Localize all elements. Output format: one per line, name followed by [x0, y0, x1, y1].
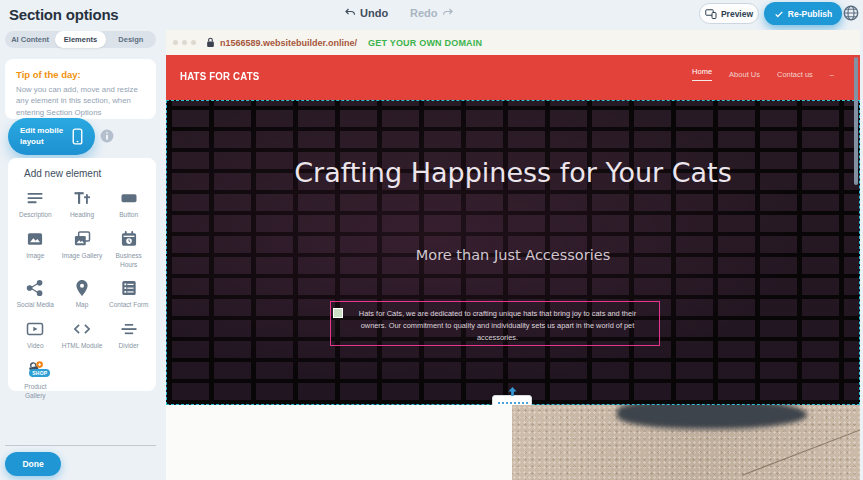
add-new-element-title: Add new element [12, 168, 152, 179]
element-label: Product Gallery [13, 383, 57, 401]
element-business-hours[interactable]: Business Hours [105, 229, 152, 270]
element-label: Divider [107, 342, 151, 351]
edit-mobile-layout-button[interactable]: Edit mobile layout [8, 118, 95, 155]
tab-ai-content[interactable]: AI Content [5, 31, 55, 48]
element-label: Heading [60, 211, 104, 220]
language-globe-button[interactable] [842, 4, 860, 22]
heading-icon [72, 188, 92, 208]
redo-button[interactable]: Redo [410, 7, 454, 19]
app-window: Section options Undo Redo Preview Re-Pub… [0, 0, 863, 480]
undo-button[interactable]: Undo [344, 7, 388, 19]
social-media-icon [25, 278, 45, 298]
element-label: Button [107, 211, 151, 220]
shop-badge: SHOP [29, 369, 50, 377]
hero-heading[interactable]: Crafting Happiness for Your Cats [167, 154, 859, 191]
element-label: Image [13, 252, 57, 261]
add-new-element-panel: Add new element Description Heading Butt… [8, 158, 156, 391]
redo-label: Redo [410, 7, 438, 19]
done-button[interactable]: Done [5, 452, 61, 476]
sidebar-divider [5, 445, 156, 446]
element-label: Image Gallery [60, 252, 104, 261]
element-label: Video [13, 342, 57, 351]
map-icon [72, 278, 92, 298]
element-label: Contact Form [107, 301, 151, 310]
carpet-photo [512, 405, 860, 480]
element-label: Description [13, 211, 57, 220]
element-html-module[interactable]: HTML Module [59, 319, 106, 351]
hero-subheading[interactable]: More than Just Accessories [167, 247, 859, 263]
business-hours-icon [119, 229, 139, 249]
element-label: Business Hours [107, 252, 151, 270]
element-video[interactable]: Video [12, 319, 59, 351]
republish-button[interactable]: Re-Publish [764, 2, 842, 25]
video-icon [25, 319, 45, 339]
check-icon [774, 9, 784, 19]
element-image-gallery[interactable]: Image Gallery [59, 229, 106, 270]
sidebar-tab-bar: AI Content Elements Design [5, 31, 156, 48]
cat-shadow [617, 405, 807, 429]
window-dot [173, 40, 178, 45]
tab-design[interactable]: Design [106, 31, 156, 48]
html-module-icon [72, 319, 92, 339]
site-url: n1566589.websitebuilder.online/ [220, 38, 357, 48]
window-dot [182, 40, 187, 45]
product-gallery-icon: SHOP [25, 360, 45, 380]
nav-item-home[interactable]: Home [692, 67, 712, 81]
site-header: HATS FOR CATS Home About Us Contact us – [166, 55, 860, 100]
undo-label: Undo [360, 7, 388, 19]
mobile-phone-icon [72, 128, 83, 145]
info-icon [100, 129, 114, 143]
element-drag-handle[interactable] [333, 308, 343, 318]
nav-item-more[interactable]: – [830, 70, 834, 79]
site-preview: n1566589.websitebuilder.online/ GET YOUR… [166, 30, 860, 480]
element-label: Map [60, 301, 104, 310]
element-grid: Description Heading Button Image Image G… [12, 188, 152, 400]
devices-icon [705, 9, 717, 19]
tab-label: AI Content [11, 35, 49, 44]
element-divider[interactable]: Divider [105, 319, 152, 351]
get-your-own-domain-link[interactable]: GET YOUR OWN DOMAIN [368, 38, 482, 48]
element-map[interactable]: Map [59, 278, 106, 310]
hero-section-selected[interactable]: Crafting Happiness for Your Cats More th… [166, 100, 860, 405]
paragraph-selection-box[interactable]: Hats for Cats, we are dedicated to craft… [330, 301, 660, 346]
description-icon [25, 188, 45, 208]
element-heading[interactable]: Heading [59, 188, 106, 220]
tab-label: Design [118, 35, 143, 44]
browser-bar: n1566589.websitebuilder.online/ GET YOUR… [166, 30, 860, 55]
republish-label: Re-Publish [788, 9, 832, 19]
element-product-gallery[interactable]: SHOP Product Gallery [12, 360, 59, 401]
arrow-up-icon [507, 387, 518, 396]
edit-mobile-layout-label: Edit mobile layout [20, 126, 66, 147]
nav-item-contact-us[interactable]: Contact us [777, 70, 813, 79]
lock-icon [206, 37, 215, 48]
preview-label: Preview [721, 9, 753, 19]
window-dots [173, 40, 196, 45]
element-label: Social Media [13, 301, 57, 310]
element-button[interactable]: Button [105, 188, 152, 220]
preview-scrollbar[interactable] [854, 57, 858, 185]
preview-button[interactable]: Preview [699, 3, 759, 24]
divider-icon [119, 319, 139, 339]
tip-title: Tip of the day: [16, 69, 145, 80]
tip-of-the-day-card: Tip of the day: Now you can add, move an… [5, 59, 156, 119]
globe-icon [842, 4, 860, 22]
image-gallery-icon [72, 229, 92, 249]
element-image[interactable]: Image [12, 229, 59, 270]
image-icon [25, 229, 45, 249]
contact-form-icon [119, 278, 139, 298]
info-button[interactable] [100, 129, 114, 143]
site-logo[interactable]: HATS FOR CATS [180, 70, 259, 82]
button-icon [119, 188, 139, 208]
element-description[interactable]: Description [12, 188, 59, 220]
nav-item-about-us[interactable]: About Us [729, 70, 760, 79]
resize-grip-dots [498, 402, 528, 404]
next-section[interactable] [166, 405, 860, 480]
tab-elements[interactable]: Elements [55, 31, 105, 48]
element-contact-form[interactable]: Contact Form [105, 278, 152, 310]
tab-label: Elements [64, 35, 97, 44]
page-title: Section options [9, 6, 119, 23]
undo-icon [344, 7, 356, 19]
site-nav: Home About Us Contact us – [692, 67, 834, 81]
floor-seam-line [742, 419, 860, 475]
element-social-media[interactable]: Social Media [12, 278, 59, 310]
